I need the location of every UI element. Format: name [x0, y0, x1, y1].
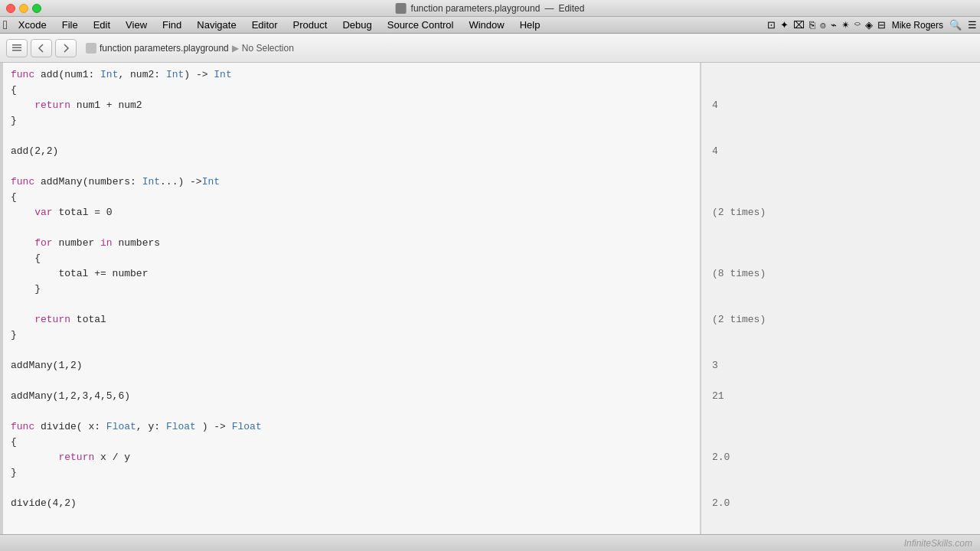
- titlebar: function parameters.playground — Edited: [0, 0, 980, 17]
- code-line[interactable]: [0, 159, 700, 174]
- close-button[interactable]: [6, 4, 15, 13]
- search-icon[interactable]: 🔍: [949, 19, 962, 31]
- code-line[interactable]: total += number: [0, 266, 700, 282]
- code-line[interactable]: return total: [0, 312, 700, 328]
- breadcrumb-separator: ▶: [232, 43, 239, 54]
- user-name[interactable]: Mike Rogers: [892, 20, 943, 31]
- code-line[interactable]: {: [0, 190, 700, 205]
- code-line[interactable]: [0, 129, 700, 144]
- result-row: [712, 465, 969, 481]
- maximize-button[interactable]: [32, 4, 41, 13]
- result-row: [712, 404, 969, 419]
- result-row: [712, 435, 969, 450]
- code-line[interactable]: addMany(1,2,3,4,5,6): [0, 389, 700, 404]
- minimize-button[interactable]: [19, 4, 28, 13]
- code-line[interactable]: [0, 373, 700, 389]
- code-line[interactable]: var total = 0: [0, 205, 700, 220]
- result-row: [712, 113, 969, 129]
- menu-editor[interactable]: Editor: [244, 18, 286, 32]
- line-indicator: [0, 63, 3, 534]
- code-line[interactable]: divide(4,2): [0, 496, 700, 511]
- code-line[interactable]: [0, 297, 700, 312]
- apple-menu[interactable]: : [3, 18, 8, 32]
- result-row: [712, 174, 969, 190]
- result-row: [712, 343, 969, 358]
- statusbar: InfiniteSkills.com: [0, 534, 980, 551]
- menu-xcode[interactable]: Xcode: [11, 18, 54, 32]
- title-status: Edited: [558, 3, 584, 14]
- code-line[interactable]: return num1 + num2: [0, 98, 700, 113]
- result-row: [712, 236, 969, 251]
- result-row: [712, 328, 969, 343]
- forward-button[interactable]: [55, 39, 77, 57]
- result-row: (2 times): [712, 205, 969, 220]
- breadcrumb-file[interactable]: function parameters.playground: [100, 43, 229, 54]
- menu-navigate[interactable]: Navigate: [189, 18, 243, 32]
- code-line[interactable]: add(2,2): [0, 144, 700, 159]
- code-line[interactable]: {: [0, 435, 700, 450]
- menubar:  Xcode File Edit View Find Navigate Edi…: [0, 17, 980, 34]
- traffic-lights[interactable]: [6, 4, 41, 13]
- svg-rect-0: [12, 44, 21, 46]
- result-row: [712, 220, 969, 236]
- code-line[interactable]: {: [0, 251, 700, 266]
- menu-view[interactable]: View: [118, 18, 155, 32]
- code-content[interactable]: func add(num1: Int, num2: Int) -> Int{ r…: [0, 63, 700, 516]
- battery-icon: ⊟: [877, 19, 886, 31]
- code-line[interactable]: func add(num1: Int, num2: Int) -> Int: [0, 67, 700, 83]
- code-line[interactable]: }: [0, 328, 700, 343]
- code-line[interactable]: {: [0, 83, 700, 98]
- menu-product[interactable]: Product: [286, 18, 335, 32]
- code-line[interactable]: func addMany(numbers: Int...) ->Int: [0, 174, 700, 190]
- code-editor[interactable]: func add(num1: Int, num2: Int) -> Int{ r…: [0, 63, 701, 534]
- svg-rect-2: [12, 50, 21, 51]
- star-icon: ✦: [780, 19, 789, 31]
- result-row: 3: [712, 358, 969, 373]
- code-line[interactable]: for number in numbers: [0, 236, 700, 251]
- code-line[interactable]: return x / y: [0, 450, 700, 465]
- wifi-icon: ⌔: [854, 19, 861, 31]
- breadcrumb-selection[interactable]: No Selection: [242, 43, 294, 54]
- file-icon: [86, 43, 96, 54]
- code-line[interactable]: [0, 404, 700, 419]
- result-row: 21: [712, 389, 969, 404]
- result-row: [712, 83, 969, 98]
- breadcrumb: function parameters.playground ▶ No Sele…: [86, 43, 294, 54]
- title-separator: —: [544, 3, 554, 14]
- code-line[interactable]: addMany(1,2): [0, 358, 700, 373]
- sidebar-toggle-button[interactable]: [6, 39, 28, 57]
- result-row: [712, 159, 969, 174]
- code-line[interactable]: }: [0, 113, 700, 129]
- result-row: [712, 67, 969, 83]
- svg-rect-1: [12, 47, 21, 48]
- code-line[interactable]: }: [0, 282, 700, 297]
- code-line[interactable]: }: [0, 465, 700, 481]
- menu-debug[interactable]: Debug: [335, 18, 379, 32]
- menu-source-control[interactable]: Source Control: [380, 18, 462, 32]
- volume-icon: ◈: [865, 19, 873, 31]
- back-button[interactable]: [31, 39, 52, 57]
- title-filename: function parameters.playground: [411, 3, 541, 14]
- result-row: 4: [712, 144, 969, 159]
- menubar-right: ⊡ ✦ ⌧ ⎘ ⌾ ⌁ ✴ ⌔ ◈ ⊟ Mike Rogers 🔍 ☰: [767, 19, 977, 31]
- result-row: (2 times): [712, 312, 969, 328]
- result-row: 2.0: [712, 450, 969, 465]
- menu-find[interactable]: Find: [155, 18, 189, 32]
- code-line[interactable]: [0, 220, 700, 236]
- titlebar-title: function parameters.playground — Edited: [396, 3, 585, 14]
- result-row: [712, 282, 969, 297]
- audio-icon: ⌁: [831, 19, 837, 31]
- menu-edit[interactable]: Edit: [86, 18, 118, 32]
- main-area: func add(num1: Int, num2: Int) -> Int{ r…: [0, 63, 980, 534]
- result-row: [712, 373, 969, 389]
- code-line[interactable]: [0, 481, 700, 496]
- code-line[interactable]: func divide( x: Float, y: Float ) -> Flo…: [0, 419, 700, 435]
- menu-window[interactable]: Window: [461, 18, 511, 32]
- menu-file[interactable]: File: [54, 18, 86, 32]
- code-line[interactable]: [0, 343, 700, 358]
- menu-help[interactable]: Help: [512, 18, 548, 32]
- result-row: [712, 129, 969, 144]
- toolbar: function parameters.playground ▶ No Sele…: [0, 34, 980, 63]
- list-icon[interactable]: ☰: [968, 19, 977, 31]
- result-row: [712, 419, 969, 435]
